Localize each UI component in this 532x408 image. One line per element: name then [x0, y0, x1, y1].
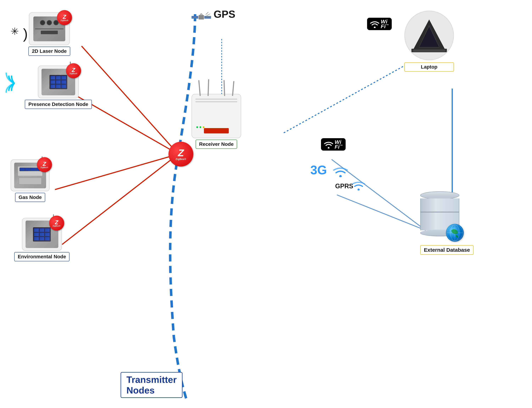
3g-section: 3G: [310, 163, 327, 177]
laptop-label: Laptop: [404, 62, 454, 72]
laptop-image: [404, 11, 454, 60]
zigbee-badge-env: Z ZigBee®: [49, 216, 64, 231]
svg-line-0: [82, 46, 178, 154]
wifi-badge-middle: Wi Fi™: [321, 138, 346, 151]
external-database-label: External Database: [420, 245, 473, 255]
central-zigbee-badge: Z ZigBee®: [168, 142, 193, 167]
gas-node-label: Gas Node: [15, 193, 45, 202]
zigbee-badge-gas: Z ZigBee®: [37, 157, 52, 172]
svg-line-16: [207, 14, 210, 16]
svg-line-7: [337, 195, 426, 230]
svg-line-2: [55, 154, 178, 190]
svg-rect-23: [413, 50, 445, 52]
presence-sensor-icon: [4, 73, 18, 94]
environmental-node-label: Environmental Node: [14, 252, 70, 261]
external-database-section: External Database: [420, 191, 473, 255]
transmitter-nodes-label: Transmitter Nodes: [121, 372, 183, 398]
svg-point-18: [374, 26, 375, 28]
laser-starburst-icon: ✳: [11, 26, 19, 37]
laser-node: Z ZigBee® 2D Laser Node: [28, 12, 70, 56]
bracket-icon: ): [23, 26, 28, 42]
svg-point-25: [339, 175, 342, 177]
gps-label: GPS: [214, 8, 235, 20]
gas-node: Z ZigBee® Gas Node: [11, 160, 50, 202]
svg-line-5: [284, 64, 408, 133]
3g-wifi-arcs-icon: [331, 161, 349, 177]
presence-node-label: Presence Detection Node: [25, 100, 92, 109]
receiver-node-label: Receiver Node: [196, 140, 237, 149]
gprs-section: GPRS: [335, 182, 353, 190]
wifi-badge-top: Wi Fi™: [367, 18, 392, 30]
satellite-icon: [190, 7, 213, 30]
receiver-node: Receiver Node: [192, 94, 241, 149]
gps-section: GPS: [190, 7, 235, 32]
laser-node-label: 2D Laser Node: [28, 47, 70, 56]
zigbee-badge-presence: Z ZigBee®: [66, 63, 81, 78]
laptop-section: Laptop: [404, 11, 454, 72]
svg-rect-9: [199, 15, 204, 19]
svg-line-15: [206, 12, 208, 15]
environmental-node: Z ZigBee® Environmental Node: [14, 218, 70, 261]
svg-point-24: [328, 147, 330, 148]
presence-node: Z ZigBee® Presence Detection Node: [25, 66, 92, 109]
zigbee-badge-laser: Z ZigBee®: [57, 10, 72, 25]
gprs-wifi-arcs-icon: [351, 177, 366, 190]
svg-point-26: [358, 188, 360, 190]
svg-line-3: [62, 154, 178, 245]
database-icon: [420, 191, 459, 236]
gprs-label: GPRS: [335, 182, 353, 190]
3g-label: 3G: [310, 163, 327, 177]
